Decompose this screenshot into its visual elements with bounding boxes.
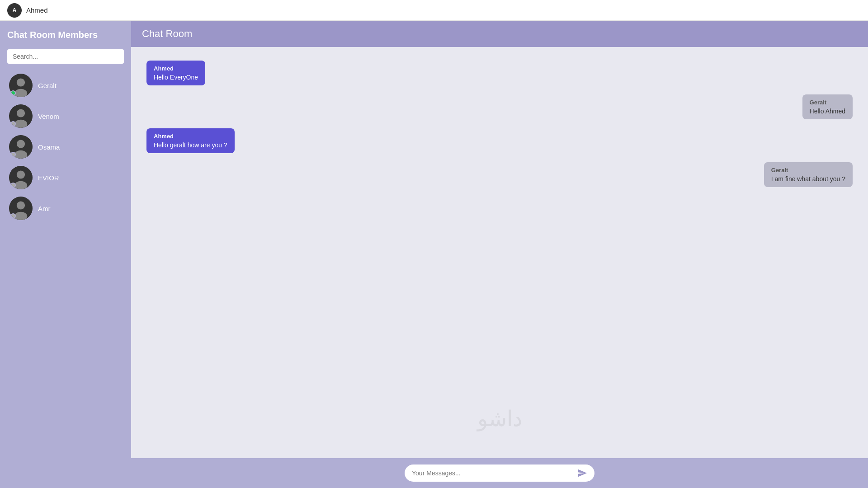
status-dot	[10, 121, 16, 127]
member-avatar	[9, 166, 33, 189]
message-sender: Geralt	[810, 99, 845, 106]
search-input[interactable]	[7, 49, 124, 64]
message-bubble: AhmedHello geralt how are you ?	[146, 128, 235, 153]
message-bubble: AhmedHello EveryOne	[146, 61, 205, 85]
member-item[interactable]: EVIOR	[7, 162, 124, 193]
current-user-avatar: A	[7, 3, 22, 18]
message-input-container	[405, 465, 594, 482]
watermark: داشو	[477, 406, 522, 431]
svg-point-13	[17, 201, 25, 209]
sidebar-title: Chat Room Members	[7, 30, 124, 40]
message-sender: Ahmed	[154, 133, 227, 140]
member-avatar	[9, 135, 33, 159]
send-button[interactable]	[577, 468, 587, 478]
message-text: Hello geralt how are you ?	[154, 141, 227, 149]
chat-room-header: Chat Room	[131, 21, 868, 47]
member-name: Osama	[38, 143, 60, 151]
chat-area: Chat Room داشو AhmedHello EveryOneGeralt…	[131, 21, 868, 488]
member-item[interactable]: Venom	[7, 101, 124, 131]
current-user-name: Ahmed	[26, 6, 48, 14]
chat-input-area	[131, 458, 868, 488]
message-sender: Ahmed	[154, 65, 198, 72]
status-dot	[10, 152, 16, 157]
message-text: Hello EveryOne	[154, 74, 198, 81]
message-bubble: GeraltI am fine what about you ?	[764, 162, 853, 187]
member-avatar	[9, 74, 33, 97]
member-name: Geralt	[38, 82, 57, 89]
main-layout: Chat Room Members Geralt Venom Osama EVI…	[0, 21, 868, 488]
member-avatar	[9, 104, 33, 128]
status-dot	[10, 183, 16, 188]
svg-point-1	[17, 78, 25, 86]
svg-point-10	[17, 170, 25, 178]
message-sender: Geralt	[771, 167, 845, 174]
member-item[interactable]: Geralt	[7, 70, 124, 101]
member-item[interactable]: Osama	[7, 131, 124, 162]
message-bubble: GeraltHello Ahmed	[802, 94, 853, 119]
svg-point-4	[17, 109, 25, 117]
sidebar: Chat Room Members Geralt Venom Osama EVI…	[0, 21, 131, 488]
member-avatar	[9, 197, 33, 220]
app-header: A Ahmed	[0, 0, 868, 21]
message-input[interactable]	[412, 469, 573, 477]
message-text: I am fine what about you ?	[771, 175, 845, 183]
svg-point-7	[17, 140, 25, 148]
member-item[interactable]: Amr	[7, 193, 124, 224]
status-dot	[10, 90, 16, 96]
members-list: Geralt Venom Osama EVIOR Amr	[7, 70, 124, 479]
status-dot	[10, 213, 16, 219]
chat-messages: داشو AhmedHello EveryOneGeraltHello Ahme…	[131, 47, 868, 458]
member-name: Amr	[38, 205, 51, 212]
member-name: Venom	[38, 113, 59, 120]
message-text: Hello Ahmed	[810, 108, 845, 115]
member-name: EVIOR	[38, 174, 59, 182]
